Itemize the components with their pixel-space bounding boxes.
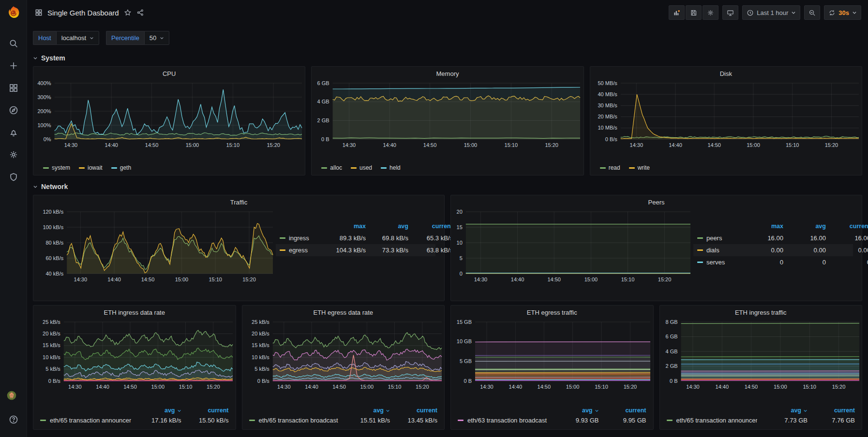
svg-text:14:40: 14:40: [305, 384, 318, 390]
cpu-plot[interactable]: 0%100%200%300%400%14:3014:4014:5015:0015…: [35, 80, 307, 151]
legend-series[interactable]: eth/65 transaction broadcast: [249, 417, 340, 424]
panel-title-disk[interactable]: Disk: [590, 67, 862, 79]
alerting-bell-icon[interactable]: [9, 128, 18, 137]
user-avatar[interactable]: [7, 391, 20, 404]
panel-title-eth-egress-traffic[interactable]: ETH egress traffic: [451, 306, 653, 318]
row-header-system[interactable]: System: [33, 51, 65, 65]
memory-chart[interactable]: 0 B2 GB4 GB6 GB14:3014:4014:5015:0015:10…: [312, 79, 583, 163]
legend-series-write[interactable]: write: [629, 164, 650, 171]
legend-sort-current[interactable]: current: [408, 223, 453, 230]
legend-sort-avg[interactable]: avg: [757, 407, 808, 414]
legend-sort-current[interactable]: current: [826, 223, 868, 230]
dashboards-grid-icon[interactable]: [9, 83, 18, 93]
svg-text:5 kB/s: 5 kB/s: [45, 366, 60, 372]
legend-sort-avg[interactable]: avg: [783, 223, 826, 230]
legend-sort-max[interactable]: max: [323, 223, 366, 230]
configuration-gear-icon[interactable]: [9, 150, 18, 160]
legend-series[interactable]: eth/63 transaction broadcast: [458, 417, 549, 424]
star-icon[interactable]: [124, 9, 132, 16]
share-icon[interactable]: [136, 9, 144, 16]
legend-sort-avg[interactable]: avg: [131, 407, 181, 414]
legend-cpu: systemiowaitgeth: [33, 163, 305, 175]
panel-title-eth-ingress-rate[interactable]: ETH ingress data rate: [33, 306, 236, 318]
panel-title-eth-ingress-traffic[interactable]: ETH ingress traffic: [660, 306, 862, 318]
legend-sort-avg[interactable]: avg: [340, 407, 390, 414]
legend-sort-avg[interactable]: avg: [549, 407, 599, 414]
panel-eth-ingress-rate: ETH ingress data rate0 B/s5 kB/s10 kB/s1…: [33, 305, 236, 430]
panel-title-peers[interactable]: Peers: [451, 195, 862, 208]
traffic-chart[interactable]: 40 kB/s60 kB/s80 kB/s100 kB/s120 kB/s14:…: [33, 208, 276, 301]
legend-sort-current[interactable]: current: [390, 407, 437, 414]
variable-host-value[interactable]: localhost: [56, 31, 99, 45]
panel-title-traffic[interactable]: Traffic: [33, 195, 444, 208]
legend-series[interactable]: eth/65 transaction announcement: [667, 417, 758, 424]
legend-sort-current[interactable]: current: [181, 407, 229, 414]
dashboard-settings-button[interactable]: [703, 5, 718, 20]
legend-eth-ingress-rate: avg currenteth/65 transaction announceme…: [33, 404, 236, 429]
add-panel-button[interactable]: [669, 5, 685, 20]
eth-egress-traffic-chart[interactable]: 0 B5 GB10 GB15 GB14:3014:4014:5015:0015:…: [451, 318, 653, 404]
legend-series-ingress[interactable]: ingress: [280, 234, 323, 242]
series-swatch: [697, 237, 703, 239]
panel-title-memory[interactable]: Memory: [312, 67, 583, 79]
time-range-label: Last 1 hour: [757, 9, 788, 16]
legend-sort-current[interactable]: current: [599, 407, 646, 414]
panel-title-eth-egress-rate[interactable]: ETH egress data rate: [242, 306, 445, 318]
peers-plot[interactable]: 0510152014:3014:4014:5015:0015:1015:20: [453, 209, 695, 285]
eth-ingress-rate-chart[interactable]: 0 B/s5 kB/s10 kB/s15 kB/s20 kB/s25 kB/s1…: [33, 318, 236, 404]
svg-text:14:50: 14:50: [145, 142, 159, 148]
panel-title-cpu[interactable]: CPU: [33, 67, 305, 79]
legend-series-dials[interactable]: dials: [697, 247, 741, 254]
dashboard-title[interactable]: Single Geth Dasboard: [47, 9, 119, 17]
legend-sort-max[interactable]: max: [741, 223, 783, 230]
legend-series-geth[interactable]: geth: [111, 164, 131, 171]
variable-percentile-value[interactable]: 50: [144, 31, 169, 45]
svg-text:15:00: 15:00: [360, 384, 374, 390]
legend-series-peers[interactable]: peers: [697, 234, 741, 242]
legend-series-held[interactable]: held: [381, 164, 401, 171]
sidebar-menu: [9, 39, 18, 182]
refresh-picker[interactable]: 30s: [824, 5, 861, 20]
save-dashboard-button[interactable]: [686, 5, 702, 20]
traffic-plot[interactable]: 40 kB/s60 kB/s80 kB/s100 kB/s120 kB/s14:…: [35, 209, 278, 285]
eth-egress-rate-plot[interactable]: 0 B/s5 kB/s10 kB/s15 kB/s20 kB/s25 kB/s1…: [244, 319, 447, 393]
legend-series-system[interactable]: system: [43, 164, 70, 171]
eth-egress-rate-chart[interactable]: 0 B/s5 kB/s10 kB/s15 kB/s20 kB/s25 kB/s1…: [242, 318, 445, 404]
row-header-network[interactable]: Network: [33, 179, 68, 194]
explore-compass-icon[interactable]: [9, 105, 18, 115]
memory-plot[interactable]: 0 B2 GB4 GB6 GB14:3014:4014:5015:0015:10…: [314, 80, 585, 151]
svg-text:40 MB/s: 40 MB/s: [598, 91, 617, 97]
legend-memory: allocusedheld: [312, 163, 583, 175]
legend-current-value: 7.76 GB: [808, 417, 855, 424]
legend-series-used[interactable]: used: [351, 164, 372, 171]
create-plus-icon[interactable]: [9, 61, 18, 71]
cpu-chart[interactable]: 0%100%200%300%400%14:3014:4014:5015:0015…: [33, 79, 305, 163]
eth-ingress-traffic-chart[interactable]: 0 B2 GB4 GB6 GB8 GB14:3014:4014:5015:001…: [660, 318, 862, 404]
eth-egress-traffic-plot[interactable]: 0 B5 GB10 GB15 GB14:3014:4014:5015:0015:…: [453, 319, 655, 393]
help-icon[interactable]: [9, 415, 18, 424]
server-admin-shield-icon[interactable]: [9, 172, 18, 182]
series-swatch: [667, 420, 673, 421]
legend-series-egress[interactable]: egress: [280, 247, 323, 254]
panel-cpu: CPU0%100%200%300%400%14:3014:4014:5015:0…: [33, 66, 305, 175]
disk-plot[interactable]: 0 B/s10 MB/s20 MB/s30 MB/s40 MB/s50 MB/s…: [592, 80, 864, 151]
series-swatch: [111, 167, 117, 169]
legend-series-iowait[interactable]: iowait: [79, 164, 103, 171]
legend-series-alloc[interactable]: alloc: [321, 164, 342, 171]
legend-series-read[interactable]: read: [600, 164, 620, 171]
legend-sort-avg[interactable]: avg: [366, 223, 408, 230]
time-range-picker[interactable]: Last 1 hour: [742, 5, 800, 20]
cycle-view-mode-button[interactable]: [722, 5, 738, 20]
peers-chart[interactable]: 0510152014:3014:4014:5015:0015:1015:20: [451, 208, 693, 301]
eth-ingress-rate-plot[interactable]: 0 B/s5 kB/s10 kB/s15 kB/s20 kB/s25 kB/s1…: [35, 319, 238, 393]
svg-text:40 kB/s: 40 kB/s: [46, 271, 64, 277]
search-icon[interactable]: [9, 39, 18, 48]
legend-sort-current[interactable]: current: [808, 407, 855, 414]
svg-text:15:00: 15:00: [464, 142, 478, 148]
legend-series[interactable]: eth/65 transaction announcement: [40, 417, 131, 424]
disk-chart[interactable]: 0 B/s10 MB/s20 MB/s30 MB/s40 MB/s50 MB/s…: [590, 79, 862, 163]
legend-series-serves[interactable]: serves: [697, 259, 741, 266]
eth-ingress-traffic-plot[interactable]: 0 B2 GB4 GB6 GB8 GB14:3014:4014:5015:001…: [662, 319, 864, 393]
grafana-logo[interactable]: [0, 0, 27, 25]
zoom-out-button[interactable]: [804, 5, 820, 20]
